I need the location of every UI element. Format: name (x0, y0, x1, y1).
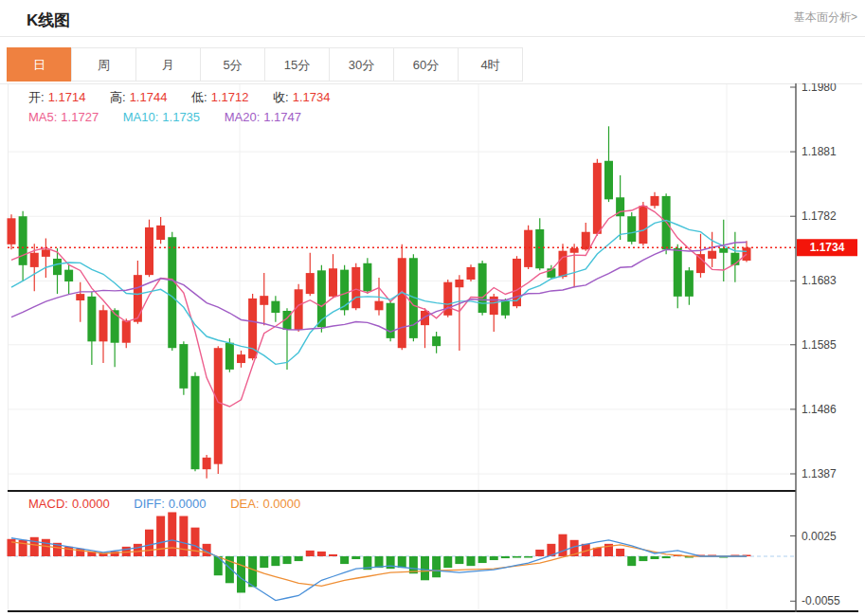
macd-bar (191, 528, 200, 556)
candle-body (225, 343, 234, 370)
candle-body (203, 458, 211, 469)
macd-bar (627, 556, 636, 566)
price-tick-label: 1.1585 (802, 338, 837, 352)
high-value: 1.1744 (130, 90, 168, 104)
candle-body (329, 268, 337, 297)
macd-bar (283, 556, 292, 564)
candle-body (455, 280, 463, 287)
candle-body (685, 270, 694, 297)
price-tick-label: 1.1683 (802, 274, 837, 287)
tab-day[interactable]: 日 (7, 47, 72, 82)
candle-body (168, 237, 176, 348)
pane-bottom-border (8, 610, 858, 612)
candle-body (42, 249, 50, 257)
macd-bar (639, 556, 647, 561)
candle-body (179, 344, 188, 389)
candle-body (99, 310, 108, 341)
diff-label: DIFF: (134, 497, 165, 511)
macd-label: MACD: (28, 497, 68, 511)
ma10-value: 1.1735 (162, 110, 200, 124)
open-label: 开: (28, 90, 45, 104)
candle-body (145, 227, 153, 275)
candle-body (214, 348, 223, 463)
macd-bar (616, 549, 624, 556)
tab-30min[interactable]: 30分 (329, 47, 394, 82)
macd-tick-label: -0.0055 (802, 594, 840, 607)
candle-body (248, 299, 257, 358)
tab-5min[interactable]: 5分 (200, 47, 265, 82)
candle-body (604, 161, 613, 200)
candle-body (432, 336, 441, 346)
macd-bar (398, 556, 406, 568)
macd-bar (490, 556, 498, 560)
tab-15min[interactable]: 15分 (264, 47, 330, 82)
tab-week[interactable]: 周 (71, 47, 136, 82)
diff-value: 0.0000 (169, 497, 207, 511)
price-tick-label: 1.1387 (802, 467, 837, 480)
macd-bar (455, 556, 463, 564)
tab-60min[interactable]: 60分 (393, 47, 459, 82)
candlestick-chart-canvas[interactable]: 1.17341.19801.18811.17821.16831.15851.14… (0, 83, 865, 616)
macd-bar (559, 534, 568, 556)
macd-legend: MACD:0.0000 DIFF:0.0000 DEA:0.0000 (28, 497, 304, 511)
candle-body (593, 163, 602, 234)
ma5-value: 1.1727 (61, 110, 99, 124)
dea-label: DEA: (230, 497, 259, 511)
candle-body (708, 251, 716, 259)
macd-bar (214, 556, 223, 575)
candle-body (19, 216, 27, 265)
candle-body (467, 267, 476, 280)
last-price-badge-text: 1.1734 (810, 241, 845, 254)
title-divider (0, 36, 865, 37)
macd-bar (467, 556, 476, 566)
candle-body (674, 248, 682, 297)
macd-line (11, 538, 747, 601)
candle-body (651, 196, 659, 206)
pane-separator (8, 490, 796, 492)
open-value: 1.1714 (48, 90, 86, 104)
candle-body (191, 376, 200, 469)
candle-body (53, 259, 62, 275)
candle-body (260, 296, 268, 305)
candle-body (570, 248, 579, 253)
ma20-label: MA20: (225, 110, 261, 124)
period-tabbar: 日 周 月 5分 15分 30分 60分 4时 (8, 47, 523, 82)
close-value: 1.1734 (293, 90, 331, 104)
macd-bar (387, 556, 395, 569)
macd-bar (248, 556, 257, 587)
fundamental-analysis-link[interactable]: 基本面分析> (794, 9, 857, 26)
candle-body (387, 303, 395, 338)
candle-body (64, 270, 73, 281)
candle-body (317, 270, 326, 327)
candle-body (111, 310, 119, 342)
candle-body (306, 273, 315, 294)
chart-area: 1.17341.19801.18811.17821.16831.15851.14… (0, 83, 865, 616)
candle-body (363, 263, 371, 292)
page-title: K线图 (27, 9, 70, 31)
candle-body (8, 218, 16, 245)
macd-tick-label: 0.0025 (802, 530, 837, 543)
macd-bar (237, 556, 245, 592)
ma5-label: MA5: (28, 110, 57, 124)
tab-4hour[interactable]: 4时 (458, 47, 523, 82)
candle-body (351, 267, 360, 308)
price-tick-label: 1.1881 (802, 145, 837, 158)
candle-body (478, 263, 487, 313)
macd-bar (662, 556, 671, 558)
macd-bar (8, 539, 16, 556)
price-tick-label: 1.1486 (802, 403, 837, 416)
ma20-value: 1.1747 (263, 110, 301, 124)
ma-legend: MA5:1.1727 MA10:1.1735 MA20:1.1747 (28, 110, 305, 124)
kline-page: K线图 基本面分析> 日 周 月 5分 15分 30分 60分 4时 1.173… (0, 0, 865, 616)
macd-bar (651, 556, 659, 559)
candle-body (719, 248, 728, 253)
close-label: 收: (273, 90, 289, 104)
macd-bar (329, 554, 337, 556)
candle-body (30, 253, 39, 267)
macd-bar (340, 556, 349, 564)
candle-body (490, 297, 498, 315)
ma10-label: MA10: (123, 110, 159, 124)
tab-month[interactable]: 月 (135, 47, 201, 82)
candle-body (237, 354, 245, 363)
candle-body (513, 259, 521, 306)
